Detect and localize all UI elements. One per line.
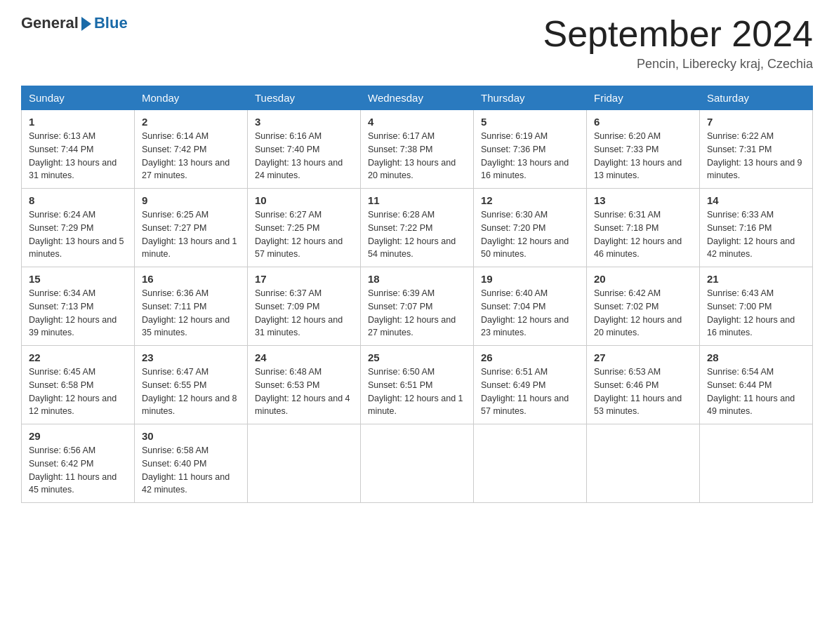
logo-triangle-icon — [81, 17, 91, 31]
calendar-cell: 11Sunrise: 6:28 AMSunset: 7:22 PMDayligh… — [361, 189, 474, 267]
day-number: 23 — [142, 351, 240, 363]
day-info: Sunrise: 6:13 AMSunset: 7:44 PMDaylight:… — [29, 130, 127, 182]
calendar-week-row: 1Sunrise: 6:13 AMSunset: 7:44 PMDaylight… — [22, 110, 813, 189]
calendar-table: SundayMondayTuesdayWednesdayThursdayFrid… — [21, 86, 813, 503]
logo-general-text: General — [21, 14, 79, 32]
day-number: 11 — [368, 194, 466, 206]
day-info: Sunrise: 6:37 AMSunset: 7:09 PMDaylight:… — [255, 287, 353, 340]
day-info: Sunrise: 6:31 AMSunset: 7:18 PMDaylight:… — [594, 208, 692, 261]
day-number: 4 — [368, 116, 466, 128]
calendar-cell — [248, 424, 361, 503]
day-info: Sunrise: 6:14 AMSunset: 7:42 PMDaylight:… — [142, 130, 240, 182]
day-number: 16 — [142, 273, 240, 285]
calendar-cell: 27Sunrise: 6:53 AMSunset: 6:46 PMDayligh… — [587, 346, 700, 424]
day-info: Sunrise: 6:22 AMSunset: 7:31 PMDaylight:… — [707, 130, 805, 182]
calendar-cell — [361, 424, 474, 503]
day-info: Sunrise: 6:53 AMSunset: 6:46 PMDaylight:… — [594, 365, 692, 418]
calendar-cell — [474, 424, 587, 503]
calendar-cell: 18Sunrise: 6:39 AMSunset: 7:07 PMDayligh… — [361, 267, 474, 346]
calendar-week-row: 15Sunrise: 6:34 AMSunset: 7:13 PMDayligh… — [22, 267, 813, 346]
day-info: Sunrise: 6:58 AMSunset: 6:40 PMDaylight:… — [142, 444, 240, 497]
day-number: 12 — [481, 194, 579, 206]
calendar-cell: 21Sunrise: 6:43 AMSunset: 7:00 PMDayligh… — [700, 267, 813, 346]
calendar-cell: 24Sunrise: 6:48 AMSunset: 6:53 PMDayligh… — [248, 346, 361, 424]
day-info: Sunrise: 6:43 AMSunset: 7:00 PMDaylight:… — [707, 287, 805, 340]
day-info: Sunrise: 6:19 AMSunset: 7:36 PMDaylight:… — [481, 130, 579, 182]
day-number: 6 — [594, 116, 692, 128]
calendar-cell: 12Sunrise: 6:30 AMSunset: 7:20 PMDayligh… — [474, 189, 587, 267]
calendar-cell: 10Sunrise: 6:27 AMSunset: 7:25 PMDayligh… — [248, 189, 361, 267]
calendar-week-row: 22Sunrise: 6:45 AMSunset: 6:58 PMDayligh… — [22, 346, 813, 424]
calendar-cell: 2Sunrise: 6:14 AMSunset: 7:42 PMDaylight… — [135, 110, 248, 189]
day-number: 30 — [142, 430, 240, 442]
day-info: Sunrise: 6:20 AMSunset: 7:33 PMDaylight:… — [594, 130, 692, 182]
day-number: 7 — [707, 116, 805, 128]
day-number: 22 — [29, 351, 127, 363]
day-number: 13 — [594, 194, 692, 206]
calendar-weekday-header: Wednesday — [361, 86, 474, 110]
calendar-weekday-header: Monday — [135, 86, 248, 110]
day-info: Sunrise: 6:27 AMSunset: 7:25 PMDaylight:… — [255, 208, 353, 261]
page-header: General Blue September 2024 Pencin, Libe… — [21, 14, 813, 72]
day-info: Sunrise: 6:47 AMSunset: 6:55 PMDaylight:… — [142, 365, 240, 418]
calendar-week-row: 8Sunrise: 6:24 AMSunset: 7:29 PMDaylight… — [22, 189, 813, 267]
calendar-cell: 9Sunrise: 6:25 AMSunset: 7:27 PMDaylight… — [135, 189, 248, 267]
day-number: 24 — [255, 351, 353, 363]
logo: General Blue — [21, 14, 128, 32]
day-info: Sunrise: 6:40 AMSunset: 7:04 PMDaylight:… — [481, 287, 579, 340]
day-info: Sunrise: 6:36 AMSunset: 7:11 PMDaylight:… — [142, 287, 240, 340]
day-info: Sunrise: 6:48 AMSunset: 6:53 PMDaylight:… — [255, 365, 353, 418]
calendar-week-row: 29Sunrise: 6:56 AMSunset: 6:42 PMDayligh… — [22, 424, 813, 503]
calendar-cell: 25Sunrise: 6:50 AMSunset: 6:51 PMDayligh… — [361, 346, 474, 424]
calendar-cell: 17Sunrise: 6:37 AMSunset: 7:09 PMDayligh… — [248, 267, 361, 346]
calendar-cell: 19Sunrise: 6:40 AMSunset: 7:04 PMDayligh… — [474, 267, 587, 346]
calendar-cell: 14Sunrise: 6:33 AMSunset: 7:16 PMDayligh… — [700, 189, 813, 267]
day-info: Sunrise: 6:34 AMSunset: 7:13 PMDaylight:… — [29, 287, 127, 340]
calendar-cell: 23Sunrise: 6:47 AMSunset: 6:55 PMDayligh… — [135, 346, 248, 424]
day-info: Sunrise: 6:16 AMSunset: 7:40 PMDaylight:… — [255, 130, 353, 182]
day-number: 1 — [29, 116, 127, 128]
day-info: Sunrise: 6:33 AMSunset: 7:16 PMDaylight:… — [707, 208, 805, 261]
day-info: Sunrise: 6:54 AMSunset: 6:44 PMDaylight:… — [707, 365, 805, 418]
day-number: 18 — [368, 273, 466, 285]
day-info: Sunrise: 6:56 AMSunset: 6:42 PMDaylight:… — [29, 444, 127, 497]
day-number: 27 — [594, 351, 692, 363]
location-title: Pencin, Liberecky kraj, Czechia — [543, 57, 814, 72]
calendar-cell: 30Sunrise: 6:58 AMSunset: 6:40 PMDayligh… — [135, 424, 248, 503]
calendar-cell: 26Sunrise: 6:51 AMSunset: 6:49 PMDayligh… — [474, 346, 587, 424]
day-info: Sunrise: 6:25 AMSunset: 7:27 PMDaylight:… — [142, 208, 240, 261]
day-number: 21 — [707, 273, 805, 285]
day-info: Sunrise: 6:42 AMSunset: 7:02 PMDaylight:… — [594, 287, 692, 340]
day-number: 9 — [142, 194, 240, 206]
day-info: Sunrise: 6:17 AMSunset: 7:38 PMDaylight:… — [368, 130, 466, 182]
calendar-cell: 28Sunrise: 6:54 AMSunset: 6:44 PMDayligh… — [700, 346, 813, 424]
calendar-header-row: SundayMondayTuesdayWednesdayThursdayFrid… — [22, 86, 813, 110]
calendar-cell: 1Sunrise: 6:13 AMSunset: 7:44 PMDaylight… — [22, 110, 135, 189]
day-number: 20 — [594, 273, 692, 285]
day-info: Sunrise: 6:50 AMSunset: 6:51 PMDaylight:… — [368, 365, 466, 418]
day-number: 15 — [29, 273, 127, 285]
day-info: Sunrise: 6:39 AMSunset: 7:07 PMDaylight:… — [368, 287, 466, 340]
calendar-cell: 3Sunrise: 6:16 AMSunset: 7:40 PMDaylight… — [248, 110, 361, 189]
calendar-cell: 22Sunrise: 6:45 AMSunset: 6:58 PMDayligh… — [22, 346, 135, 424]
calendar-weekday-header: Tuesday — [248, 86, 361, 110]
title-block: September 2024 Pencin, Liberecky kraj, C… — [543, 14, 814, 72]
day-info: Sunrise: 6:45 AMSunset: 6:58 PMDaylight:… — [29, 365, 127, 418]
day-number: 10 — [255, 194, 353, 206]
day-number: 3 — [255, 116, 353, 128]
day-number: 29 — [29, 430, 127, 442]
day-number: 5 — [481, 116, 579, 128]
calendar-cell — [587, 424, 700, 503]
day-number: 17 — [255, 273, 353, 285]
calendar-cell: 5Sunrise: 6:19 AMSunset: 7:36 PMDaylight… — [474, 110, 587, 189]
calendar-weekday-header: Saturday — [700, 86, 813, 110]
calendar-cell: 16Sunrise: 6:36 AMSunset: 7:11 PMDayligh… — [135, 267, 248, 346]
day-number: 26 — [481, 351, 579, 363]
day-info: Sunrise: 6:28 AMSunset: 7:22 PMDaylight:… — [368, 208, 466, 261]
month-title: September 2024 — [543, 14, 814, 54]
day-number: 28 — [707, 351, 805, 363]
calendar-weekday-header: Sunday — [22, 86, 135, 110]
calendar-cell: 20Sunrise: 6:42 AMSunset: 7:02 PMDayligh… — [587, 267, 700, 346]
calendar-cell: 8Sunrise: 6:24 AMSunset: 7:29 PMDaylight… — [22, 189, 135, 267]
day-number: 8 — [29, 194, 127, 206]
